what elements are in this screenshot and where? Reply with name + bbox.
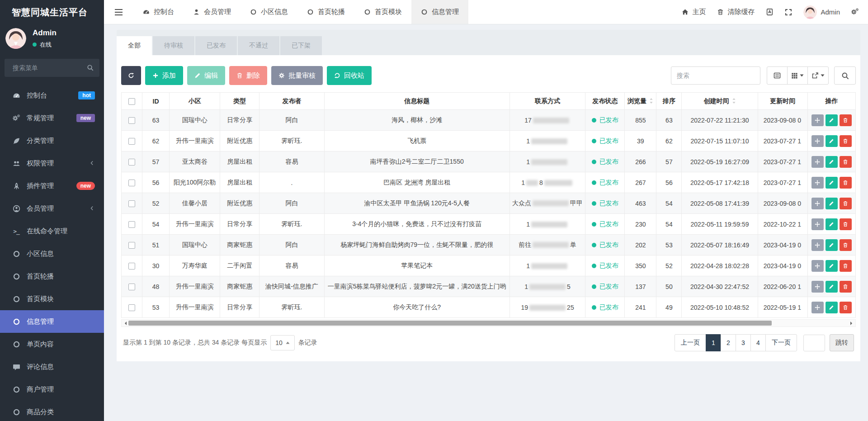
- row-checkbox[interactable]: [128, 180, 135, 186]
- move-row-button[interactable]: [811, 281, 824, 293]
- page-size-select[interactable]: 10: [270, 335, 295, 350]
- scroll-left-arrow-icon[interactable]: [123, 322, 127, 325]
- clear-cache-link[interactable]: 清除缓存: [717, 8, 755, 16]
- move-row-button[interactable]: [811, 114, 824, 126]
- navbar-user[interactable]: Admin: [803, 5, 840, 19]
- row-checkbox[interactable]: [128, 200, 135, 207]
- search-submit-button[interactable]: [834, 66, 856, 85]
- delete-row-button[interactable]: [840, 114, 852, 126]
- recycle-bin-button[interactable]: 回收站: [327, 66, 372, 85]
- delete-row-button[interactable]: [840, 281, 852, 293]
- scrollbar-thumb[interactable]: [128, 321, 772, 326]
- navbar-tab-会员管理[interactable]: 会员管理: [184, 0, 241, 24]
- add-button[interactable]: 添加: [145, 66, 183, 85]
- edit-row-button[interactable]: [826, 177, 838, 189]
- edit-row-button[interactable]: [826, 135, 838, 147]
- move-row-button[interactable]: [811, 177, 824, 189]
- hamburger-menu-icon[interactable]: [104, 0, 133, 24]
- page-button-4[interactable]: 4: [750, 334, 766, 351]
- edit-row-button[interactable]: [826, 198, 838, 209]
- horizontal-scrollbar[interactable]: [121, 319, 856, 327]
- status-tab-不通过[interactable]: 不通过: [238, 36, 279, 55]
- navbar-tab-首页模块[interactable]: 首页模块: [354, 0, 411, 24]
- row-checkbox[interactable]: [128, 138, 135, 145]
- columns-dropdown-button[interactable]: [787, 66, 808, 85]
- status-tab-待审核[interactable]: 待审核: [153, 36, 194, 55]
- move-row-button[interactable]: [811, 218, 824, 230]
- delete-row-button[interactable]: [840, 177, 852, 189]
- status-tab-全部[interactable]: 全部: [117, 36, 152, 55]
- sidebar-item-插件管理[interactable]: 插件管理new: [0, 175, 104, 197]
- language-button[interactable]: [766, 8, 774, 16]
- column-header-创建时间[interactable]: 创建时间: [682, 93, 758, 110]
- page-button-1[interactable]: 1: [706, 334, 721, 351]
- export-dropdown-button[interactable]: [807, 66, 829, 85]
- delete-row-button[interactable]: [840, 218, 852, 230]
- sidebar-item-在线命令管理[interactable]: >_在线命令管理: [0, 220, 104, 242]
- navbar-tab-控制台[interactable]: 控制台: [133, 0, 184, 24]
- sidebar-item-首页模块[interactable]: 首页模块: [0, 288, 104, 310]
- status-tab-已发布[interactable]: 已发布: [195, 36, 237, 55]
- sidebar-item-分类管理[interactable]: 分类管理: [0, 129, 104, 152]
- sidebar-item-商户管理[interactable]: 商户管理: [0, 378, 104, 401]
- user-avatar[interactable]: [5, 28, 26, 49]
- sidebar-item-会员管理[interactable]: 会员管理: [0, 197, 104, 220]
- edit-button[interactable]: 编辑: [187, 66, 225, 85]
- navbar-tab-首页轮播[interactable]: 首页轮播: [297, 0, 354, 24]
- fullscreen-button[interactable]: [785, 9, 792, 16]
- page-button-3[interactable]: 3: [736, 334, 751, 351]
- move-row-button[interactable]: [811, 135, 824, 147]
- row-checkbox[interactable]: [128, 263, 135, 270]
- status-tab-已下架[interactable]: 已下架: [280, 36, 322, 55]
- row-checkbox[interactable]: [128, 284, 135, 290]
- move-row-button[interactable]: [811, 260, 824, 272]
- row-checkbox[interactable]: [128, 117, 135, 124]
- home-link[interactable]: 主页: [682, 8, 706, 16]
- delete-row-button[interactable]: [840, 239, 852, 251]
- delete-row-button[interactable]: [840, 135, 852, 147]
- sidebar-item-单页内容[interactable]: 单页内容: [0, 333, 104, 355]
- table-search-input[interactable]: [671, 66, 760, 85]
- sidebar-item-评论信息[interactable]: 评论信息: [0, 355, 104, 378]
- settings-button[interactable]: [851, 8, 859, 16]
- delete-row-button[interactable]: [840, 156, 852, 168]
- sidebar-item-控制台[interactable]: 控制台hot: [0, 84, 104, 107]
- sidebar-item-常规管理[interactable]: 常规管理new: [0, 107, 104, 129]
- move-row-button[interactable]: [811, 156, 824, 168]
- delete-row-button[interactable]: [840, 260, 852, 272]
- sidebar-item-信息管理[interactable]: 信息管理: [0, 310, 104, 333]
- prev-page-button[interactable]: 上一页: [675, 334, 706, 351]
- edit-row-button[interactable]: [826, 302, 838, 313]
- row-checkbox[interactable]: [128, 242, 135, 249]
- row-checkbox[interactable]: [128, 159, 135, 166]
- move-row-button[interactable]: [811, 239, 824, 251]
- detail-view-button[interactable]: [767, 66, 788, 85]
- select-all-checkbox[interactable]: [128, 98, 135, 105]
- navbar-tab-信息管理[interactable]: 信息管理: [411, 0, 468, 24]
- move-row-button[interactable]: [811, 302, 824, 313]
- next-page-button[interactable]: 下一页: [765, 334, 797, 351]
- edit-row-button[interactable]: [826, 260, 838, 272]
- edit-row-button[interactable]: [826, 156, 838, 168]
- sidebar-search-input[interactable]: [5, 59, 99, 77]
- jump-button[interactable]: 跳转: [830, 334, 854, 351]
- jump-page-input[interactable]: [803, 335, 825, 351]
- move-row-button[interactable]: [811, 198, 824, 209]
- sidebar-item-小区信息[interactable]: 小区信息: [0, 242, 104, 265]
- page-button-2[interactable]: 2: [721, 334, 736, 351]
- edit-row-button[interactable]: [826, 281, 838, 293]
- delete-row-button[interactable]: [840, 302, 852, 313]
- delete-button[interactable]: 删除: [229, 66, 267, 85]
- sidebar-item-权限管理[interactable]: 权限管理: [0, 152, 104, 175]
- batch-audit-button[interactable]: 批量审核: [271, 66, 323, 85]
- sidebar-item-商品分类[interactable]: 商品分类: [0, 401, 104, 421]
- edit-row-button[interactable]: [826, 114, 838, 126]
- row-checkbox[interactable]: [128, 304, 135, 311]
- edit-row-button[interactable]: [826, 218, 838, 230]
- edit-row-button[interactable]: [826, 239, 838, 251]
- scroll-right-arrow-icon[interactable]: [850, 322, 854, 325]
- row-checkbox[interactable]: [128, 221, 135, 228]
- column-header-浏览量[interactable]: 浏览量: [625, 93, 656, 110]
- refresh-button[interactable]: [121, 66, 141, 85]
- delete-row-button[interactable]: [840, 198, 852, 209]
